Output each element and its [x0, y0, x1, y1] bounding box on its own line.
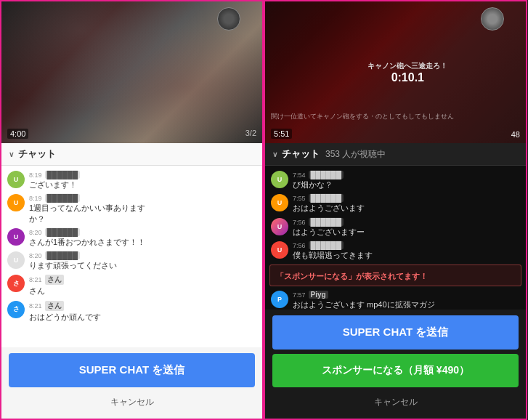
left-bottom-actions: SUPER CHAT を送信 キャンセル — [1, 347, 262, 419]
right-chat-label: チャット — [282, 148, 320, 161]
right-chat-messages: U 7:54██████ び畑かな？ U 7:55██████ おはようございま… — [265, 166, 526, 310]
left-video: 4:00 3/2 — [1, 1, 262, 143]
right-chat-header: ∨ チャット 353 人が視聴中 — [265, 143, 526, 166]
avatar: U — [7, 171, 25, 188]
msg-content: 8:19██████ ございます！ — [29, 171, 256, 190]
right-video-timer: キャノン砲へ三途走ろ！ 0:10.1 — [367, 61, 447, 84]
msg-content: 8:20██████ ります頑張ってください — [29, 251, 256, 270]
right-panel: キャノン砲へ三途走ろ！ 0:10.1 関け一位道いてキャノン砲をする・のとしても… — [264, 0, 527, 420]
list-item: U 7:54██████ び畑かな？ — [265, 169, 526, 192]
left-chat-messages: U 8:19██████ ございます！ U 8:19██████ 1週目ってなん… — [1, 166, 262, 347]
list-item: U 7:55██████ おはようございます — [265, 192, 526, 215]
avatar: U — [271, 171, 288, 188]
list-item: U 8:20██████ さんが1番おつかれさまです！！ — [1, 226, 262, 249]
list-item: さ 8:21さん おはどうか頑んです — [1, 299, 262, 324]
viewer-count: 353 人が視聴中 — [325, 148, 386, 161]
sponsor-notice-banner: 「スポンサーになる」が表示されてます！ — [269, 264, 521, 286]
avatar: さ — [7, 275, 25, 292]
right-sponsor-button[interactable]: スポンサーになる（月額 ¥490） — [272, 354, 519, 387]
avatar: U — [271, 194, 288, 211]
right-super-chat-button[interactable]: SUPER CHAT を送信 — [272, 315, 519, 350]
left-video-overlay: 3/2 — [245, 129, 256, 137]
right-chevron-icon[interactable]: ∨ — [272, 150, 277, 158]
list-item: さ 8:21さん さん — [1, 272, 262, 298]
avatar: U — [271, 241, 288, 259]
left-cancel-button[interactable]: キャンセル — [9, 392, 255, 413]
avatar: U — [271, 218, 288, 235]
list-item: P 7:57Piyg おはようございます mp40に拡張マガジ — [265, 288, 526, 310]
right-video: キャノン砲へ三途走ろ！ 0:10.1 関け一位道いてキャノン砲をする・のとしても… — [265, 1, 526, 143]
list-item: U 7:56██████ はようございますー — [265, 216, 526, 239]
right-video-bg: キャノン砲へ三途走ろ！ 0:10.1 関け一位道いてキャノン砲をする・のとしても… — [265, 1, 526, 143]
list-item: U 8:19██████ 1週目ってなんかいい事ありますか？ — [1, 192, 262, 226]
msg-content: 8:20██████ さんが1番おつかれさまです！！ — [29, 228, 256, 247]
left-chevron-icon[interactable]: ∨ — [9, 150, 14, 158]
right-video-caption: 関け一位道いてキャノン砲をする・のとしてもしてもしません — [271, 113, 520, 121]
avatar: さ — [7, 301, 25, 318]
msg-content: 7:56██████ 僕も戦場逃ってきます — [293, 241, 520, 260]
left-super-chat-button[interactable]: SUPER CHAT を送信 — [9, 353, 255, 387]
list-item: U 7:56██████ 僕も戦場逃ってきます — [265, 239, 526, 262]
avatar: U — [7, 194, 25, 211]
avatar: U — [7, 228, 25, 246]
list-item: U 8:19██████ ございます！ — [1, 169, 262, 192]
right-cancel-button[interactable]: キャンセル — [272, 392, 519, 413]
msg-content: 7:54██████ び畑かな？ — [293, 171, 520, 190]
msg-content: 7:55██████ おはようございます — [293, 194, 520, 213]
left-chat-label: チャット — [18, 148, 56, 161]
right-bottom-actions: SUPER CHAT を送信 スポンサーになる（月額 ¥490） キャンセル — [265, 310, 526, 419]
avatar: U — [7, 251, 25, 269]
msg-content: 7:56██████ はようございますー — [293, 218, 520, 237]
right-player-avatar — [481, 7, 504, 31]
left-panel: 4:00 3/2 ∨ チャット U 8:19██████ ございます！ U 8:… — [0, 0, 264, 420]
msg-content: 8:21さん さん — [29, 275, 256, 296]
left-player-avatar — [217, 7, 240, 31]
msg-content: 7:57Piyg おはようございます mp40に拡張マガジ — [293, 291, 520, 310]
left-video-bg: 4:00 3/2 — [1, 1, 262, 143]
list-item: U 8:20██████ ります頑張ってください — [1, 249, 262, 272]
avatar: P — [271, 291, 288, 308]
left-video-time: 4:00 — [7, 129, 28, 139]
right-video-viewers: 48 — [511, 130, 520, 139]
msg-content: 8:21さん おはどうか頑んです — [29, 301, 256, 322]
msg-content: 8:19██████ 1週目ってなんかいい事ありますか？ — [29, 194, 256, 224]
left-chat-header: ∨ チャット — [1, 143, 262, 166]
sponsor-notice-text: 「スポンサーになる」が表示されてます！ — [276, 272, 428, 280]
right-video-time: 5:51 — [271, 129, 292, 139]
